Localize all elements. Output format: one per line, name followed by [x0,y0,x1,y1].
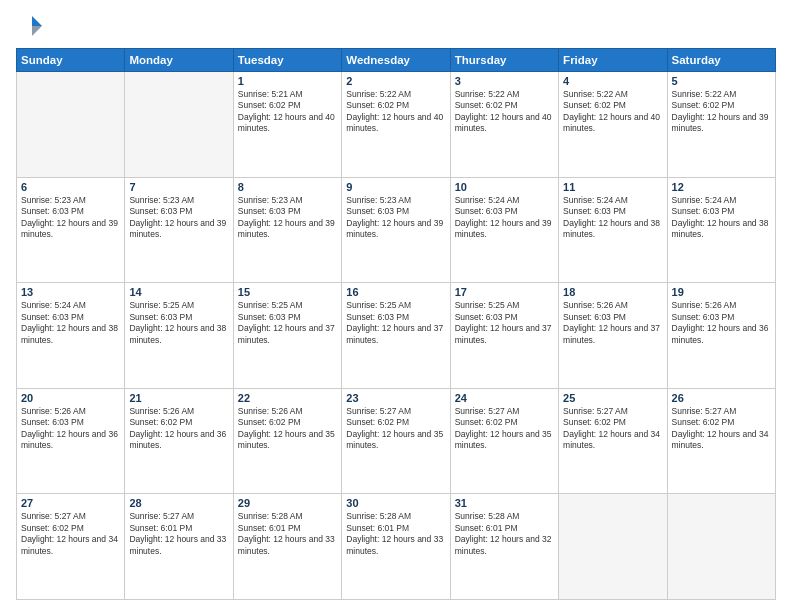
day-number: 16 [346,286,445,298]
day-number: 31 [455,497,554,509]
day-detail: Sunrise: 5:21 AM Sunset: 6:02 PM Dayligh… [238,89,337,135]
calendar-week-2: 6Sunrise: 5:23 AM Sunset: 6:03 PM Daylig… [17,177,776,283]
day-number: 28 [129,497,228,509]
calendar-cell: 12Sunrise: 5:24 AM Sunset: 6:03 PM Dayli… [667,177,775,283]
day-number: 10 [455,181,554,193]
day-detail: Sunrise: 5:25 AM Sunset: 6:03 PM Dayligh… [455,300,554,346]
day-detail: Sunrise: 5:26 AM Sunset: 6:03 PM Dayligh… [21,406,120,452]
day-number: 29 [238,497,337,509]
calendar-cell: 3Sunrise: 5:22 AM Sunset: 6:02 PM Daylig… [450,72,558,178]
day-detail: Sunrise: 5:23 AM Sunset: 6:03 PM Dayligh… [346,195,445,241]
weekday-header-friday: Friday [559,49,667,72]
weekday-header-monday: Monday [125,49,233,72]
day-number: 27 [21,497,120,509]
day-detail: Sunrise: 5:25 AM Sunset: 6:03 PM Dayligh… [238,300,337,346]
day-detail: Sunrise: 5:22 AM Sunset: 6:02 PM Dayligh… [672,89,771,135]
day-number: 7 [129,181,228,193]
weekday-header-tuesday: Tuesday [233,49,341,72]
day-number: 25 [563,392,662,404]
calendar-week-1: 1Sunrise: 5:21 AM Sunset: 6:02 PM Daylig… [17,72,776,178]
svg-marker-0 [32,16,42,26]
day-number: 21 [129,392,228,404]
calendar-week-5: 27Sunrise: 5:27 AM Sunset: 6:02 PM Dayli… [17,494,776,600]
calendar-cell: 5Sunrise: 5:22 AM Sunset: 6:02 PM Daylig… [667,72,775,178]
day-number: 8 [238,181,337,193]
calendar-cell: 21Sunrise: 5:26 AM Sunset: 6:02 PM Dayli… [125,388,233,494]
day-detail: Sunrise: 5:27 AM Sunset: 6:02 PM Dayligh… [563,406,662,452]
day-number: 11 [563,181,662,193]
calendar-cell: 2Sunrise: 5:22 AM Sunset: 6:02 PM Daylig… [342,72,450,178]
calendar-cell: 29Sunrise: 5:28 AM Sunset: 6:01 PM Dayli… [233,494,341,600]
calendar-cell: 20Sunrise: 5:26 AM Sunset: 6:03 PM Dayli… [17,388,125,494]
calendar-cell: 19Sunrise: 5:26 AM Sunset: 6:03 PM Dayli… [667,283,775,389]
day-detail: Sunrise: 5:25 AM Sunset: 6:03 PM Dayligh… [346,300,445,346]
day-detail: Sunrise: 5:27 AM Sunset: 6:02 PM Dayligh… [672,406,771,452]
calendar-cell: 31Sunrise: 5:28 AM Sunset: 6:01 PM Dayli… [450,494,558,600]
weekday-header-row: SundayMondayTuesdayWednesdayThursdayFrid… [17,49,776,72]
day-detail: Sunrise: 5:22 AM Sunset: 6:02 PM Dayligh… [455,89,554,135]
calendar-cell: 15Sunrise: 5:25 AM Sunset: 6:03 PM Dayli… [233,283,341,389]
day-detail: Sunrise: 5:24 AM Sunset: 6:03 PM Dayligh… [455,195,554,241]
day-detail: Sunrise: 5:27 AM Sunset: 6:02 PM Dayligh… [455,406,554,452]
day-detail: Sunrise: 5:27 AM Sunset: 6:02 PM Dayligh… [346,406,445,452]
day-detail: Sunrise: 5:23 AM Sunset: 6:03 PM Dayligh… [238,195,337,241]
day-detail: Sunrise: 5:28 AM Sunset: 6:01 PM Dayligh… [455,511,554,557]
calendar-cell: 13Sunrise: 5:24 AM Sunset: 6:03 PM Dayli… [17,283,125,389]
day-detail: Sunrise: 5:24 AM Sunset: 6:03 PM Dayligh… [21,300,120,346]
calendar-cell: 1Sunrise: 5:21 AM Sunset: 6:02 PM Daylig… [233,72,341,178]
day-detail: Sunrise: 5:26 AM Sunset: 6:03 PM Dayligh… [672,300,771,346]
calendar-cell: 7Sunrise: 5:23 AM Sunset: 6:03 PM Daylig… [125,177,233,283]
logo [16,12,48,40]
day-detail: Sunrise: 5:28 AM Sunset: 6:01 PM Dayligh… [238,511,337,557]
day-number: 4 [563,75,662,87]
calendar-week-3: 13Sunrise: 5:24 AM Sunset: 6:03 PM Dayli… [17,283,776,389]
calendar-cell [559,494,667,600]
calendar-cell: 9Sunrise: 5:23 AM Sunset: 6:03 PM Daylig… [342,177,450,283]
logo-icon [16,12,44,40]
calendar-cell: 27Sunrise: 5:27 AM Sunset: 6:02 PM Dayli… [17,494,125,600]
day-number: 13 [21,286,120,298]
calendar-cell: 30Sunrise: 5:28 AM Sunset: 6:01 PM Dayli… [342,494,450,600]
calendar-cell: 24Sunrise: 5:27 AM Sunset: 6:02 PM Dayli… [450,388,558,494]
day-number: 17 [455,286,554,298]
weekday-header-wednesday: Wednesday [342,49,450,72]
day-detail: Sunrise: 5:23 AM Sunset: 6:03 PM Dayligh… [21,195,120,241]
day-detail: Sunrise: 5:26 AM Sunset: 6:02 PM Dayligh… [129,406,228,452]
day-number: 14 [129,286,228,298]
calendar-cell: 14Sunrise: 5:25 AM Sunset: 6:03 PM Dayli… [125,283,233,389]
day-number: 15 [238,286,337,298]
day-number: 23 [346,392,445,404]
page: SundayMondayTuesdayWednesdayThursdayFrid… [0,0,792,612]
day-detail: Sunrise: 5:27 AM Sunset: 6:01 PM Dayligh… [129,511,228,557]
day-detail: Sunrise: 5:24 AM Sunset: 6:03 PM Dayligh… [563,195,662,241]
day-number: 18 [563,286,662,298]
day-detail: Sunrise: 5:24 AM Sunset: 6:03 PM Dayligh… [672,195,771,241]
day-number: 20 [21,392,120,404]
calendar-cell: 11Sunrise: 5:24 AM Sunset: 6:03 PM Dayli… [559,177,667,283]
day-number: 19 [672,286,771,298]
day-number: 9 [346,181,445,193]
calendar-cell: 4Sunrise: 5:22 AM Sunset: 6:02 PM Daylig… [559,72,667,178]
calendar-cell: 28Sunrise: 5:27 AM Sunset: 6:01 PM Dayli… [125,494,233,600]
calendar-cell: 25Sunrise: 5:27 AM Sunset: 6:02 PM Dayli… [559,388,667,494]
calendar-cell: 17Sunrise: 5:25 AM Sunset: 6:03 PM Dayli… [450,283,558,389]
weekday-header-sunday: Sunday [17,49,125,72]
day-detail: Sunrise: 5:26 AM Sunset: 6:03 PM Dayligh… [563,300,662,346]
day-number: 12 [672,181,771,193]
day-detail: Sunrise: 5:22 AM Sunset: 6:02 PM Dayligh… [563,89,662,135]
day-detail: Sunrise: 5:25 AM Sunset: 6:03 PM Dayligh… [129,300,228,346]
day-number: 5 [672,75,771,87]
weekday-header-saturday: Saturday [667,49,775,72]
calendar-cell [17,72,125,178]
day-number: 2 [346,75,445,87]
calendar-cell: 18Sunrise: 5:26 AM Sunset: 6:03 PM Dayli… [559,283,667,389]
calendar-cell: 26Sunrise: 5:27 AM Sunset: 6:02 PM Dayli… [667,388,775,494]
calendar-table: SundayMondayTuesdayWednesdayThursdayFrid… [16,48,776,600]
calendar-week-4: 20Sunrise: 5:26 AM Sunset: 6:03 PM Dayli… [17,388,776,494]
day-detail: Sunrise: 5:23 AM Sunset: 6:03 PM Dayligh… [129,195,228,241]
calendar-cell [667,494,775,600]
calendar-cell: 6Sunrise: 5:23 AM Sunset: 6:03 PM Daylig… [17,177,125,283]
day-detail: Sunrise: 5:22 AM Sunset: 6:02 PM Dayligh… [346,89,445,135]
day-number: 22 [238,392,337,404]
calendar-cell: 8Sunrise: 5:23 AM Sunset: 6:03 PM Daylig… [233,177,341,283]
